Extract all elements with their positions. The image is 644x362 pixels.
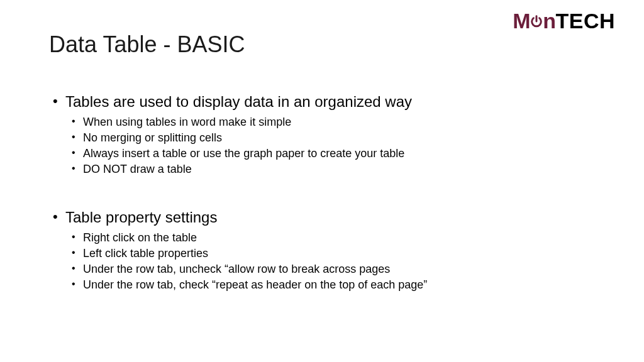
bullet-sub: Under the row tab, uncheck “allow row to… [65, 263, 600, 276]
bullet-main-text: Tables are used to display data in an or… [65, 93, 412, 110]
bullet-sub: Left click table properties [65, 247, 600, 260]
logo-letter-m: M [513, 9, 530, 33]
bullet-sub: Always insert a table or use the graph p… [65, 147, 600, 160]
bullet-main: Table property settings Right click on t… [52, 209, 600, 292]
bullet-main-text: Table property settings [65, 209, 217, 226]
logo-tech: TECH [555, 9, 615, 33]
bullet-sub: No merging or splitting cells [65, 131, 600, 145]
bullet-sub: DO NOT draw a table [65, 163, 600, 176]
slide-title: Data Table - BASIC [49, 31, 600, 58]
bullet-sub: Right click on the table [65, 231, 600, 244]
bullet-main: Tables are used to display data in an or… [52, 93, 600, 176]
power-icon [530, 14, 543, 28]
slide: M n TECH Data Table - BASIC Tables are u… [0, 0, 644, 362]
bullet-sub: Under the row tab, check “repeat as head… [65, 278, 600, 292]
montech-logo: M n TECH [513, 9, 615, 33]
bullet-sub: When using tables in word make it simple [65, 116, 600, 129]
slide-content: Tables are used to display data in an or… [49, 93, 600, 292]
logo-letter-n: n [543, 9, 555, 33]
